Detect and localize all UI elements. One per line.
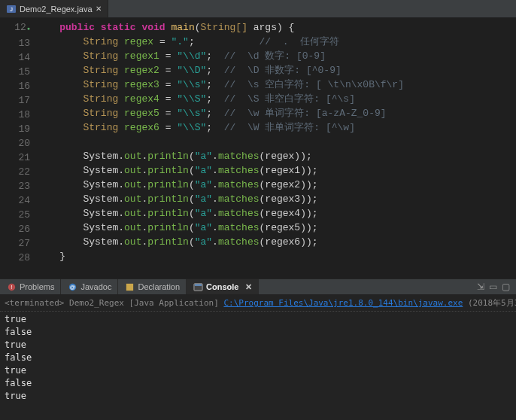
views-toolbar: ⇲ ▭ ▢ xyxy=(477,282,516,292)
line-number: 21 xyxy=(0,151,30,165)
tab-console[interactable]: Console ✕ xyxy=(187,279,258,294)
line-number: 17 xyxy=(0,93,30,108)
tab-javadoc[interactable]: @ Javadoc xyxy=(61,279,118,294)
line-number: 13 xyxy=(0,36,30,50)
line-number: 16 xyxy=(0,79,30,93)
line-number: 14 xyxy=(0,50,30,65)
minimize-icon[interactable]: ▭ xyxy=(489,282,497,292)
console-run-label: Demo2_Regex [Java Application] xyxy=(69,298,223,308)
console-run-path[interactable]: C:\Program Files\Java\jre1.8.0_144\bin\j… xyxy=(223,298,463,308)
tab-problems[interactable]: ! Problems xyxy=(0,279,61,294)
pin-icon[interactable]: ⇲ xyxy=(477,282,484,292)
svg-rect-6 xyxy=(126,283,133,290)
code-area[interactable]: public static void main(String[] args) {… xyxy=(36,18,516,278)
line-number: 28 xyxy=(0,251,30,265)
console-icon xyxy=(193,282,203,292)
tab-problems-label: Problems xyxy=(20,282,54,291)
code-editor[interactable]: 1213141516171819202122232425262728 publi… xyxy=(0,18,516,278)
line-number: 22 xyxy=(0,165,30,179)
close-icon[interactable]: ✕ xyxy=(96,5,102,13)
close-icon[interactable]: ✕ xyxy=(245,282,252,292)
problems-icon: ! xyxy=(6,282,17,292)
tab-javadoc-label: Javadoc xyxy=(80,282,111,291)
console-view: <terminated> Demo2_Regex [Java Applicati… xyxy=(0,295,516,420)
javadoc-icon: @ xyxy=(67,282,77,292)
views-tab-bar: ! Problems @ Javadoc Declaration Console… xyxy=(0,278,516,295)
svg-text:!: ! xyxy=(11,284,12,291)
console-run-suffix: (2018年5月31日 下午 xyxy=(463,298,516,308)
line-number: 23 xyxy=(0,179,30,193)
line-number: 24 xyxy=(0,193,30,208)
svg-text:J: J xyxy=(10,6,13,13)
tab-declaration[interactable]: Declaration xyxy=(118,279,187,294)
line-number: 12 xyxy=(0,20,30,36)
line-number: 26 xyxy=(0,222,30,236)
editor-tab-bar: J Demo2_Regex.java ✕ xyxy=(0,0,516,18)
line-number: 25 xyxy=(0,208,30,222)
line-number: 15 xyxy=(0,65,30,79)
console-output[interactable]: true false true false true false true xyxy=(0,312,516,404)
svg-text:@: @ xyxy=(70,284,76,291)
line-number: 20 xyxy=(0,136,30,151)
line-number: 18 xyxy=(0,108,30,122)
editor-tab-active[interactable]: J Demo2_Regex.java ✕ xyxy=(0,0,108,17)
tab-console-label: Console xyxy=(206,282,238,291)
line-number: 19 xyxy=(0,122,30,136)
console-header: <terminated> Demo2_Regex [Java Applicati… xyxy=(0,295,516,312)
svg-rect-8 xyxy=(194,284,201,285)
editor-tab-label: Demo2_Regex.java xyxy=(20,5,93,14)
line-number: 27 xyxy=(0,236,30,251)
line-gutter: 1213141516171819202122232425262728 xyxy=(0,18,36,278)
console-status: <terminated> xyxy=(5,298,64,308)
java-file-icon: J xyxy=(6,4,17,14)
maximize-icon[interactable]: ▢ xyxy=(502,282,510,292)
tab-declaration-label: Declaration xyxy=(138,282,180,291)
declaration-icon xyxy=(124,282,135,292)
